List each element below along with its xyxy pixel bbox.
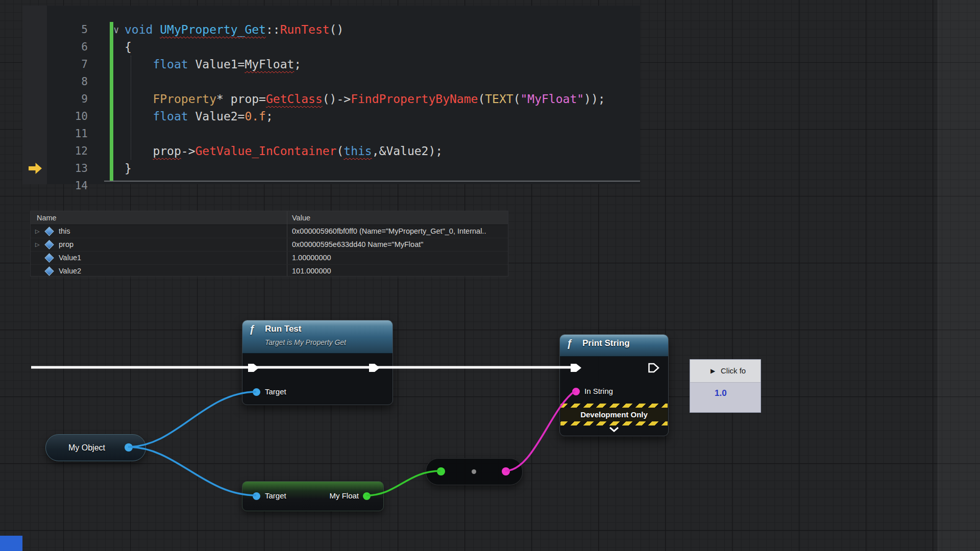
target-pin-label: Target xyxy=(265,491,286,500)
code-token: FProperty xyxy=(153,92,216,106)
line-number[interactable]: 6 xyxy=(48,38,88,56)
code-token xyxy=(125,144,153,158)
code-token: ; xyxy=(294,58,301,71)
code-line: float Value2=0.f; xyxy=(125,108,638,125)
node-get-my-float[interactable]: Target My Float xyxy=(242,481,384,511)
code-token: ()-> xyxy=(323,92,351,106)
tooltip-expand-row[interactable]: ▶ Click fo xyxy=(690,360,761,383)
line-number[interactable]: 13 xyxy=(48,160,88,177)
variable-value: 101.000000 xyxy=(292,265,505,278)
code-token: Value1= xyxy=(188,58,245,71)
node-my-object[interactable]: My Object xyxy=(45,434,146,461)
debug-value-tooltip[interactable]: ▶ Click fo 1.0 xyxy=(690,359,761,413)
code-token xyxy=(153,23,160,36)
node-expand-button[interactable] xyxy=(560,425,668,435)
watch-row[interactable]: ▷this0x000005960fbf0ff0 (Name="MyPropert… xyxy=(31,225,508,238)
target-pin[interactable] xyxy=(253,492,260,500)
node-run-test[interactable]: ƒ Run Test Target is My Property Get Tar… xyxy=(242,320,393,405)
code-line xyxy=(125,177,638,194)
line-number[interactable]: 8 xyxy=(48,73,88,90)
hazard-stripe xyxy=(560,421,668,425)
watch-window[interactable]: Name Value ▷this0x000005960fbf0ff0 (Name… xyxy=(30,211,508,277)
variable-icon xyxy=(44,227,54,236)
my-float-out-pin[interactable] xyxy=(363,492,371,500)
line-number[interactable]: 11 xyxy=(48,125,88,142)
my-float-pin-label: My Float xyxy=(329,491,359,500)
blueprint-canvas[interactable]: ƒ Run Test Target is My Property Get Tar… xyxy=(0,0,980,551)
expand-arrow-icon[interactable]: ▷ xyxy=(35,225,39,238)
code-line: { xyxy=(125,38,638,56)
development-only-label: Development Only xyxy=(560,408,668,421)
convert-out-pin[interactable] xyxy=(502,467,510,475)
function-icon: ƒ xyxy=(567,338,572,349)
code-token: -> xyxy=(181,144,195,158)
exec-in-pin[interactable] xyxy=(248,363,259,373)
variable-icon xyxy=(44,253,54,262)
code-line: FProperty* prop=GetClass()->FindProperty… xyxy=(125,90,638,108)
node-title: Run Test xyxy=(265,324,301,334)
code-line xyxy=(125,125,638,142)
exec-out-pin[interactable] xyxy=(369,363,380,373)
convert-in-pin[interactable] xyxy=(437,467,445,475)
tooltip-value: 1.0 xyxy=(715,388,727,398)
code-token: this xyxy=(344,144,372,158)
line-number[interactable]: 10 xyxy=(48,108,88,125)
object-out-pin[interactable] xyxy=(125,443,133,452)
expand-arrow-icon[interactable]: ▷ xyxy=(35,238,39,251)
in-string-pin[interactable] xyxy=(572,388,580,395)
column-header-name[interactable]: Name xyxy=(37,211,57,224)
variable-name: this xyxy=(59,225,70,238)
line-number[interactable]: 12 xyxy=(48,142,88,160)
taskbar-corner xyxy=(0,536,22,551)
code-token xyxy=(125,110,153,123)
code-editor[interactable]: 567891011121314 ∨ void UMyProperty_Get::… xyxy=(22,6,640,184)
watch-name-cell: ▷prop xyxy=(31,238,286,251)
code-token: RunTest xyxy=(280,23,330,36)
code-token: * prop= xyxy=(216,92,266,106)
node-convert-float-to-string[interactable] xyxy=(426,458,523,485)
convert-node-icon xyxy=(472,469,476,474)
exec-in-pin[interactable] xyxy=(571,363,581,373)
node-print-string[interactable]: ƒ Print String In String Development Onl… xyxy=(559,334,669,436)
code-token: :: xyxy=(266,23,280,36)
code-token: 0.f xyxy=(244,110,266,123)
line-number[interactable]: 7 xyxy=(48,56,88,73)
code-line: void UMyProperty_Get::RunTest() xyxy=(125,21,638,38)
line-number[interactable]: 9 xyxy=(48,90,88,108)
code-token: GetClass xyxy=(266,92,323,106)
watch-row[interactable]: Value11.00000000 xyxy=(31,252,508,265)
line-number[interactable]: 5 xyxy=(48,21,88,38)
node-subtitle: Target is My Property Get xyxy=(265,338,346,346)
exec-out-pin[interactable] xyxy=(648,362,660,373)
code-area[interactable]: void UMyProperty_Get::RunTest(){ float V… xyxy=(125,21,638,194)
code-token: GetValue_InContainer xyxy=(195,144,336,158)
in-string-pin-label: In String xyxy=(584,387,613,395)
variable-value: 0x00000595e633dd40 Name="MyFloat" xyxy=(292,238,505,251)
variable-name: Value2 xyxy=(59,265,81,278)
code-token xyxy=(125,92,153,106)
variable-name: prop xyxy=(59,238,74,251)
code-token: MyFloat xyxy=(244,58,294,71)
watch-row[interactable]: ▷prop0x00000595e633dd40 Name="MyFloat" xyxy=(31,238,508,252)
code-token: { xyxy=(125,40,132,54)
variable-value: 1.00000000 xyxy=(292,252,505,264)
target-pin[interactable] xyxy=(253,388,260,396)
code-line: } xyxy=(125,160,638,177)
watch-header: Name Value xyxy=(31,211,508,225)
node-header: ƒ Run Test Target is My Property Get xyxy=(242,320,393,354)
code-line: float Value1=MyFloat; xyxy=(125,56,638,73)
column-header-value[interactable]: Value xyxy=(292,211,310,224)
node-title: Print String xyxy=(582,338,630,348)
code-token: ( xyxy=(336,144,344,158)
code-line xyxy=(125,73,638,90)
code-token: void xyxy=(125,23,153,36)
right-panel-edge xyxy=(938,0,980,551)
fold-chevron-icon[interactable]: ∨ xyxy=(113,21,119,38)
code-token: ( xyxy=(478,92,485,106)
code-line: prop->GetValue_InContainer(this,&Value2)… xyxy=(125,142,638,160)
breakpoint-gutter[interactable] xyxy=(22,6,47,184)
watch-row[interactable]: Value2101.000000 xyxy=(31,265,508,278)
editor-separator xyxy=(104,181,640,182)
line-number[interactable]: 14 xyxy=(48,177,88,194)
code-token: "MyFloat" xyxy=(520,92,584,106)
